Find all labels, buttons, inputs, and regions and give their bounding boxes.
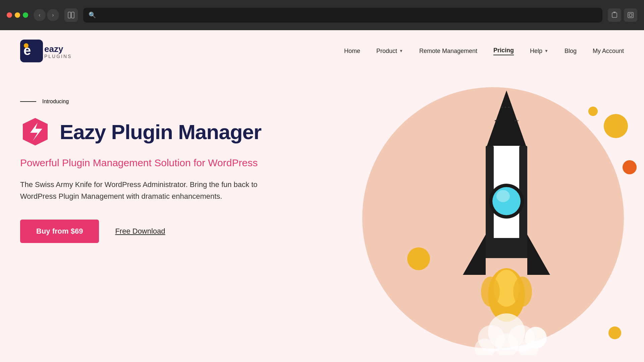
svg-rect-2 (612, 13, 617, 17)
nav-remote-management[interactable]: Remote Management (419, 48, 477, 55)
description: The Swiss Army Knife for WordPress Admin… (20, 179, 268, 202)
website-content: e eazy PLUGINS Home Product ▼ Remote Man… (0, 30, 644, 362)
maximize-button[interactable] (23, 12, 28, 18)
svg-text:PLUGINS: PLUGINS (44, 54, 72, 59)
product-icon (20, 117, 50, 147)
svg-point-27 (513, 277, 532, 307)
svg-rect-21 (486, 238, 527, 258)
browser-nav-buttons: ‹ › (34, 9, 59, 21)
back-button[interactable]: ‹ (34, 9, 46, 21)
cta-row: Buy from $69 Free Download (20, 220, 268, 243)
nav-menu: Home Product ▼ Remote Management Pricing… (344, 47, 624, 55)
svg-marker-23 (527, 235, 550, 275)
product-title-row: Eazy Plugin Manager (20, 117, 268, 147)
buy-button[interactable]: Buy from $69 (20, 220, 99, 243)
logo-icon: e (20, 40, 43, 62)
help-chevron-icon: ▼ (544, 49, 548, 53)
nav-help[interactable]: Help ▼ (530, 48, 548, 55)
svg-marker-22 (463, 235, 486, 275)
svg-point-7 (24, 43, 29, 48)
fullscreen-button[interactable] (624, 8, 637, 22)
browser-chrome: ‹ › 🔍 (0, 0, 644, 30)
forward-button[interactable]: › (47, 9, 59, 21)
logo-text: eazy PLUGINS (43, 43, 97, 59)
svg-point-26 (481, 277, 500, 307)
deco-circle-orange (623, 160, 637, 174)
hero-illustration (342, 60, 644, 362)
search-icon: 🔍 (89, 11, 96, 19)
nav-blog[interactable]: Blog (565, 48, 577, 55)
svg-rect-1 (71, 12, 74, 18)
tagline: Powerful Plugin Management Solution for … (20, 156, 268, 169)
deco-circle-yellow-bottom (608, 326, 621, 339)
nav-pricing[interactable]: Pricing (493, 47, 514, 55)
sidebar-toggle-button[interactable] (64, 8, 78, 22)
deco-circle-yellow-left (407, 247, 430, 270)
close-button[interactable] (7, 12, 12, 18)
svg-rect-3 (628, 12, 633, 18)
svg-point-20 (496, 190, 510, 202)
nav-home[interactable]: Home (344, 48, 360, 55)
svg-rect-0 (68, 12, 71, 18)
introducing-label: Introducing (42, 99, 69, 105)
share-button[interactable] (608, 8, 621, 22)
rocket-illustration (436, 80, 577, 349)
product-chevron-icon: ▼ (399, 49, 403, 53)
nav-my-account[interactable]: My Account (593, 48, 624, 55)
free-download-link[interactable]: Free Download (115, 227, 165, 236)
browser-actions (608, 8, 637, 22)
product-name: Eazy Plugin Manager (60, 120, 261, 144)
svg-rect-4 (629, 14, 632, 16)
rocket-svg (436, 80, 577, 355)
svg-text:eazy: eazy (44, 44, 63, 54)
nav-product[interactable]: Product ▼ (376, 48, 403, 55)
deco-circle-yellow-small (588, 107, 598, 116)
traffic-lights (7, 12, 28, 18)
hero-left: Introducing Eazy Plugin Manager Powerful… (20, 92, 268, 243)
minimize-button[interactable] (15, 12, 20, 18)
logo[interactable]: e eazy PLUGINS (20, 40, 97, 62)
address-bar[interactable]: 🔍 (83, 8, 602, 22)
introducing-line: Introducing (20, 99, 268, 105)
introducing-dash (20, 101, 36, 102)
deco-circle-yellow-top (604, 114, 628, 138)
svg-marker-11 (486, 90, 527, 147)
